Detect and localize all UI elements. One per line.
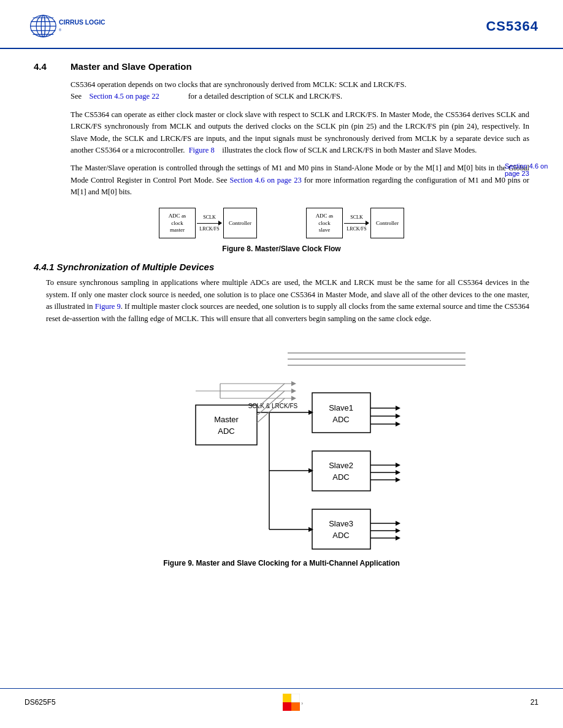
section-4-4-para3: The Master/Slave operation is controlled… [71, 162, 529, 198]
svg-text:®: ® [59, 28, 62, 32]
svg-line-56 [257, 398, 285, 423]
adc-master-box: ADC as clock master [159, 208, 196, 238]
svg-marker-43 [396, 463, 400, 468]
flow-arrows-master: SCLK LRCK/FS [196, 214, 223, 232]
section-4-5-link[interactable]: Section 4.5 on page 22 [90, 92, 159, 100]
svg-rect-65 [283, 702, 291, 711]
clock-flow-diagram: ADC as clock master SCLK LRCK/FS Control… [34, 208, 529, 238]
svg-text:Slave3: Slave3 [329, 519, 353, 528]
footer-page-number: 21 [530, 698, 538, 707]
figure-9-container: Master ADC Slave1 ADC Slave2 ADC Slave3 … [34, 335, 529, 567]
svg-rect-66 [291, 702, 300, 711]
fig8-caption: Figure 8. Master/Slave Clock Flow [34, 245, 529, 253]
svg-marker-60 [291, 389, 296, 393]
logo-area: CIRRUS LOGIC ® [25, 11, 123, 42]
svg-text:Master: Master [214, 415, 239, 424]
section-4-4-number: 4.4 [34, 61, 71, 72]
section-4-4-1-para: To ensure synchronous sampling in applic… [46, 277, 529, 325]
cirrus-logic-logo: CIRRUS LOGIC ® [25, 11, 123, 42]
svg-text:ADC: ADC [218, 427, 234, 436]
svg-rect-67 [283, 694, 291, 702]
svg-marker-58 [291, 381, 296, 386]
controller-master-box: Controller [223, 208, 257, 238]
svg-marker-45 [396, 470, 400, 475]
svg-text:ADC: ADC [332, 472, 349, 482]
content: 4.4 Master and Slave Operation CS5364 op… [0, 49, 563, 587]
svg-rect-25 [312, 509, 370, 549]
flow-boxes-master: ADC as clock master SCLK LRCK/FS Control… [159, 208, 257, 238]
margin-note-4-6: Section 4.6 on page 23 [505, 162, 554, 177]
section-4-4-1-heading: 4.4.1 Synchronization of Multiple Device… [34, 262, 529, 272]
chip-number: CS5364 [486, 18, 538, 34]
svg-marker-39 [396, 414, 400, 419]
page: CIRRUS LOGIC ® CS5364 4.4 Master and Sla… [0, 0, 563, 728]
flow-group-master: ADC as clock master SCLK LRCK/FS Control… [159, 208, 257, 238]
svg-rect-19 [312, 393, 370, 433]
footer-arrow: › [301, 699, 303, 706]
header: CIRRUS LOGIC ® CS5364 [0, 0, 563, 49]
svg-marker-37 [396, 406, 400, 411]
svg-text:Slave1: Slave1 [329, 403, 353, 412]
svg-text:ADC: ADC [332, 415, 349, 424]
flow-arrows-slave: SCLK LRCK/FS [343, 214, 370, 232]
svg-marker-51 [396, 528, 400, 533]
section-4-4-heading: 4.4 Master and Slave Operation [34, 61, 529, 72]
svg-marker-62 [291, 396, 296, 401]
section-4-4-para1: CS5364 operation depends on two clocks t… [71, 79, 529, 103]
svg-text:CIRRUS LOGIC: CIRRUS LOGIC [59, 19, 105, 26]
figure-8-ref[interactable]: Figure 8 [189, 146, 215, 154]
svg-marker-41 [396, 422, 400, 427]
figure-8-container: ADC as clock master SCLK LRCK/FS Control… [34, 208, 529, 253]
svg-marker-47 [396, 477, 400, 482]
footer-logo-icon [283, 694, 300, 711]
adc-slave-box: ADC as clock slave [306, 208, 343, 238]
section-4-4-1-number-title: 4.4.1 Synchronization of Multiple Device… [34, 262, 214, 272]
fig9-caption: Figure 9. Master and Slave Clocking for … [34, 559, 529, 567]
footer-logo-area: › [283, 694, 303, 711]
controller-slave-box: Controller [370, 208, 404, 238]
flow-boxes-slave: ADC as clock slave SCLK LRCK/FS Controll… [306, 208, 404, 238]
svg-text:Slave2: Slave2 [329, 461, 353, 470]
figure-9-ref[interactable]: Figure 9 [95, 302, 121, 311]
footer-doc-number: DS625F5 [25, 698, 56, 707]
svg-marker-49 [396, 521, 400, 526]
section-4-4-para3-container: The Master/Slave operation is controlled… [34, 162, 529, 198]
svg-rect-22 [312, 451, 370, 491]
section-4-4-title: Master and Slave Operation [71, 61, 192, 72]
footer: DS625F5 › 21 [0, 688, 563, 716]
svg-marker-53 [396, 536, 400, 540]
multi-slave-diagram: Master ADC Slave1 ADC Slave2 ADC Slave3 … [98, 335, 465, 555]
svg-rect-68 [291, 694, 300, 702]
svg-rect-16 [196, 405, 257, 445]
diagram-svg: Master ADC Slave1 ADC Slave2 ADC Slave3 … [98, 335, 465, 555]
flow-group-slave: ADC as clock slave SCLK LRCK/FS Controll… [306, 208, 404, 238]
section-4-4-para2: The CS5364 can operate as either clock m… [71, 109, 529, 157]
section-4-6-link[interactable]: Section 4.6 on page 23 [229, 176, 301, 184]
svg-text:ADC: ADC [332, 531, 349, 540]
